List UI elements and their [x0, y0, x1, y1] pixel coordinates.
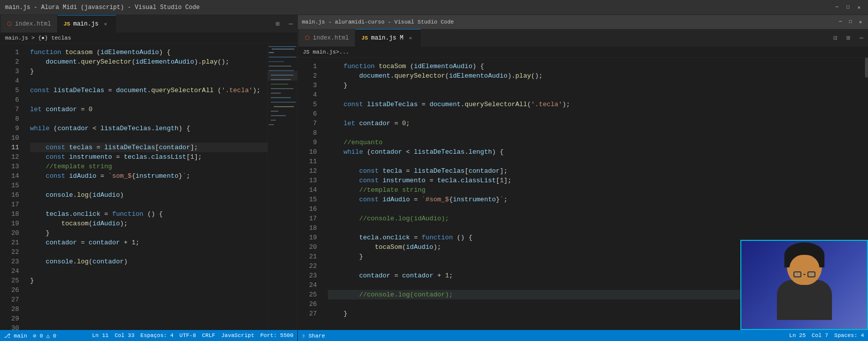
minimap-svg [268, 44, 297, 319]
r-line-7: let contador = 0; [328, 119, 863, 128]
right-js-icon: JS [361, 35, 368, 41]
svg-rect-17 [271, 120, 276, 121]
svg-rect-5 [269, 66, 291, 67]
svg-rect-12 [271, 97, 291, 98]
title-bar-left: main.js - Alura Midi (javascript) - Visu… [5, 4, 200, 11]
right-tab-close-button[interactable]: ✕ [406, 34, 414, 42]
js-icon: JS [64, 21, 70, 27]
svg-rect-14 [274, 106, 294, 107]
glass-bridge [803, 274, 805, 275]
code-line-14: const idAudio = `som_${instrumento}`; [30, 171, 267, 181]
svg-rect-13 [271, 102, 296, 103]
code-line-11: const teclas = listaDeTeclas[contador]; [30, 143, 267, 152]
right-status-spaces: Spaces: 4 [834, 332, 864, 338]
video-overlay [740, 240, 868, 330]
r-line-18 [328, 223, 863, 233]
right-status-bar: ⇧ Share Ln 25 Col 7 Spaces: 4 [298, 330, 868, 341]
r-line-10: while (contador < listaDeTeclas.length) … [328, 147, 863, 157]
code-line-22 [30, 247, 267, 257]
code-line-27 [30, 295, 267, 304]
tab-index-html-label: index.html [15, 21, 51, 28]
code-line-16: console.log(idAudio) [30, 190, 267, 200]
title-bar-controls[interactable]: ─ □ ✕ [833, 4, 863, 12]
r-line-6 [328, 109, 863, 119]
code-line-13: //template string [30, 162, 267, 171]
status-line-ending: CRLF [202, 332, 215, 338]
close-button[interactable]: ✕ [855, 4, 863, 12]
maximize-button[interactable]: □ [844, 4, 852, 12]
code-line-7: let contador = 0 [30, 105, 267, 114]
right-minimize-btn[interactable]: ─ [837, 19, 844, 25]
right-status-right: Ln 25 Col 7 Spaces: 4 [789, 332, 864, 338]
r-line-16 [328, 204, 863, 214]
code-line-26 [30, 285, 267, 295]
code-line-1: function tocasom (idElementoAudio) { [30, 48, 267, 57]
svg-rect-0 [269, 46, 296, 47]
tab-main-js[interactable]: JS main.js ✕ [58, 15, 116, 33]
code-line-19: tocasom(idAudio); [30, 219, 267, 228]
tab-close-button[interactable]: ✕ [102, 20, 110, 28]
html-icon: ⬡ [7, 21, 12, 27]
status-col: Col 33 [115, 332, 135, 338]
status-errors: ⊘ 0 △ 0 [33, 332, 56, 339]
code-line-29 [30, 314, 267, 323]
r-line-5: const listaDeTeclas = document.querySele… [328, 100, 863, 109]
person-head [787, 245, 822, 285]
code-line-6 [30, 95, 267, 105]
right-restore-btn[interactable]: □ [847, 19, 854, 25]
minimize-button[interactable]: ─ [833, 4, 841, 12]
right-status-share[interactable]: ⇧ Share [302, 332, 325, 339]
right-customize-layout-button[interactable]: ⊡ [830, 33, 841, 44]
svg-rect-15 [271, 111, 278, 112]
status-port: Port: 5500 [260, 332, 293, 338]
status-bar-right: Ln 11 Col 33 Espaços: 4 UTF-8 CRLF JavaS… [92, 332, 293, 338]
right-tab-bar: ⬡ index.html JS main.js M ✕ ⊡ ⊞ ⋯ [298, 29, 868, 47]
right-tab-main-js-label: main.js M [371, 35, 403, 42]
person-silhouette [769, 245, 839, 325]
split-editor-button[interactable]: ⊞ [272, 19, 283, 30]
right-tab-index-html[interactable]: ⬡ index.html [299, 29, 355, 47]
title-bar-title: main.js - Alura Midi (javascript) - Visu… [5, 4, 200, 11]
svg-rect-3 [269, 57, 296, 58]
code-line-5: const listaDeTeclas = document.querySele… [30, 86, 267, 95]
status-line-col: Ln 11 [92, 332, 109, 338]
r-line-14: //template string [328, 185, 863, 195]
right-status-line: Ln 25 [789, 332, 806, 338]
person-body [777, 280, 832, 320]
right-status-left: ⇧ Share [302, 332, 325, 339]
svg-rect-2 [269, 52, 274, 53]
more-actions-button[interactable]: ⋯ [285, 19, 296, 30]
r-line-13: const instrumento = tecla.classList[1]; [328, 176, 863, 185]
left-code-editor[interactable]: 1234 5678 9101112 13141516 17181920 2122… [0, 44, 297, 330]
right-line-numbers: 1234 5678 9101112 13141516 17181920 2122… [298, 58, 323, 330]
r-line-4 [328, 90, 863, 100]
right-breadcrumb-path: ... [339, 49, 349, 55]
left-tabs: ⬡ index.html JS main.js ✕ [1, 15, 116, 33]
svg-rect-4 [269, 61, 284, 62]
right-title-bar: main.js - aluramidi-curso - Visual Studi… [298, 15, 868, 29]
right-title-controls[interactable]: ─ □ ✕ [837, 19, 864, 25]
svg-rect-10 [271, 88, 293, 89]
right-close-btn[interactable]: ✕ [857, 19, 864, 25]
svg-rect-19 [268, 71, 297, 81]
code-line-28 [30, 304, 267, 314]
code-line-3: } [30, 67, 267, 76]
status-encoding: UTF-8 [180, 332, 196, 338]
main-container: ⬡ index.html JS main.js ✕ ⊞ ⋯ main.js > … [0, 15, 868, 341]
right-scrollbar-thumb[interactable] [865, 58, 868, 78]
tab-index-html[interactable]: ⬡ index.html [1, 15, 58, 33]
right-status-col: Col 7 [812, 332, 828, 338]
code-line-12: const instrumento = teclas.classList[1]; [30, 152, 267, 162]
right-tab-main-js[interactable]: JS main.js M ✕ [355, 29, 421, 47]
r-line-3: } [328, 81, 863, 90]
video-person [741, 241, 867, 329]
right-split-button[interactable]: ⊞ [843, 33, 854, 44]
r-line-8 [328, 128, 863, 138]
r-line-2: document.querySelector(idElementoAudio).… [328, 71, 863, 81]
left-code-content[interactable]: function tocasom (idElementoAudio) { doc… [25, 44, 267, 330]
code-line-23: console.log(contador) [30, 257, 267, 266]
left-panel: ⬡ index.html JS main.js ✕ ⊞ ⋯ main.js > … [0, 15, 298, 341]
svg-rect-9 [271, 84, 288, 85]
left-tab-bar: ⬡ index.html JS main.js ✕ ⊞ ⋯ [0, 15, 297, 33]
right-more-actions-button[interactable]: ⋯ [856, 33, 867, 44]
